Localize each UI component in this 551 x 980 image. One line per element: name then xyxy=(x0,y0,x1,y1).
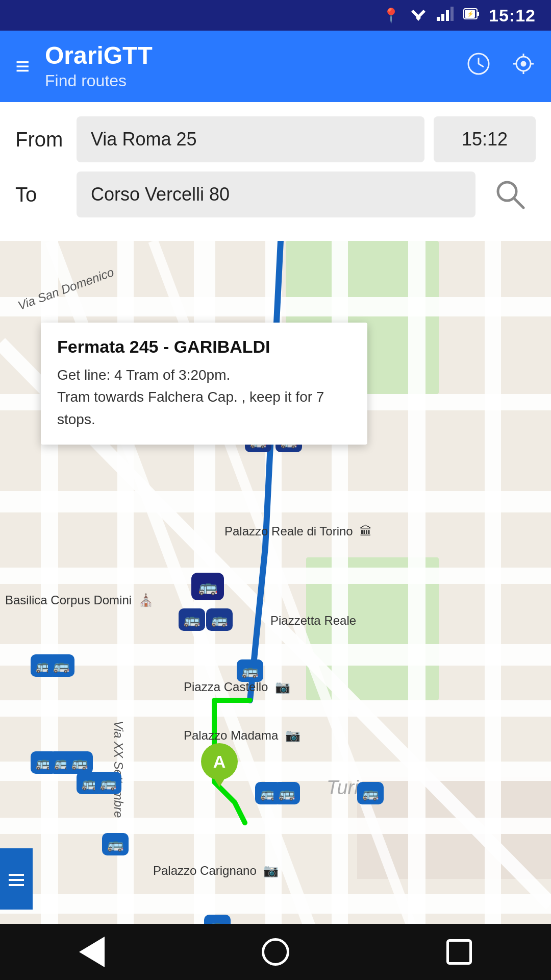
from-label: From xyxy=(15,128,77,151)
to-input-box[interactable] xyxy=(77,172,475,217)
bus-stop-marker-6[interactable]: 🚌 xyxy=(48,654,74,677)
svg-text:A: A xyxy=(213,752,226,771)
svg-point-18 xyxy=(521,62,525,66)
from-row: From 15:12 xyxy=(15,116,536,162)
bus-stop-marker-13[interactable]: 🚌 xyxy=(102,833,129,855)
location-target-button[interactable] xyxy=(511,52,536,81)
popup-title: Fermata 245 - GARIBALDI xyxy=(57,337,351,357)
app-bar: ≡ OrariGTT Find routes xyxy=(0,31,551,102)
battery-icon: ⚡ xyxy=(463,7,480,24)
wifi-icon xyxy=(409,7,428,24)
search-button[interactable] xyxy=(485,172,536,217)
map-legend-button[interactable] xyxy=(0,848,33,910)
recent-apps-button[interactable] xyxy=(429,932,490,972)
destination-marker: A xyxy=(199,741,240,787)
bottom-nav-bar xyxy=(0,924,551,980)
to-row: To xyxy=(15,172,536,217)
to-label: To xyxy=(15,183,77,206)
app-title-block: OrariGTT Find routes xyxy=(45,42,466,90)
svg-line-20 xyxy=(514,199,523,208)
svg-rect-7 xyxy=(477,12,479,16)
bus-stop-marker-16[interactable]: 🚌 xyxy=(357,782,384,804)
svg-text:⚡: ⚡ xyxy=(467,10,474,17)
popup-line1: Get line: 4 Tram of 3:20pm. xyxy=(57,367,230,383)
status-bar: 📍 ⚡ 15:12 xyxy=(0,0,551,31)
svg-rect-40 xyxy=(485,241,501,980)
bus-stop-marker-3[interactable]: 🚌 xyxy=(179,608,205,631)
bus-stop-marker-15[interactable]: 🚌 xyxy=(273,782,300,804)
svg-rect-39 xyxy=(408,241,425,980)
from-input-box[interactable] xyxy=(77,116,424,162)
location-status-icon: 📍 xyxy=(382,7,400,24)
app-title: OrariGTT xyxy=(45,42,466,69)
svg-line-12 xyxy=(479,64,484,67)
bus-stop-marker-12[interactable]: 🚌 xyxy=(95,772,121,794)
app-subtitle: Find routes xyxy=(45,71,466,90)
selected-bus-stop-marker[interactable]: 🚌 xyxy=(191,573,224,600)
signal-icon xyxy=(437,7,454,24)
back-button[interactable] xyxy=(61,932,122,972)
svg-rect-2 xyxy=(437,17,440,21)
menu-button[interactable]: ≡ xyxy=(15,54,30,79)
popup-line2: Tram towards Falchera Cap. , keep it for… xyxy=(57,389,324,427)
status-time: 15:12 xyxy=(489,6,536,26)
bus-stop-marker-4[interactable]: 🚌 xyxy=(206,608,233,631)
from-input[interactable] xyxy=(91,129,410,150)
home-button[interactable] xyxy=(245,932,306,972)
svg-rect-5 xyxy=(450,7,454,21)
svg-rect-4 xyxy=(446,10,449,21)
svg-rect-3 xyxy=(441,14,444,21)
time-picker[interactable]: 15:12 xyxy=(434,116,536,162)
map-area[interactable]: Via San Domenico Basilica Corpus Domini … xyxy=(0,241,551,980)
bus-stop-marker-7[interactable]: 🚌 xyxy=(237,659,263,682)
to-input[interactable] xyxy=(91,184,461,205)
app-bar-actions xyxy=(466,52,536,81)
bus-stop-marker-10[interactable]: 🚌 xyxy=(66,751,93,774)
search-panel: From 15:12 To xyxy=(0,102,551,241)
popup-body: Get line: 4 Tram of 3:20pm. Tram towards… xyxy=(57,364,351,430)
popup-card: Fermata 245 - GARIBALDI Get line: 4 Tram… xyxy=(41,323,367,445)
clock-button[interactable] xyxy=(466,52,491,81)
